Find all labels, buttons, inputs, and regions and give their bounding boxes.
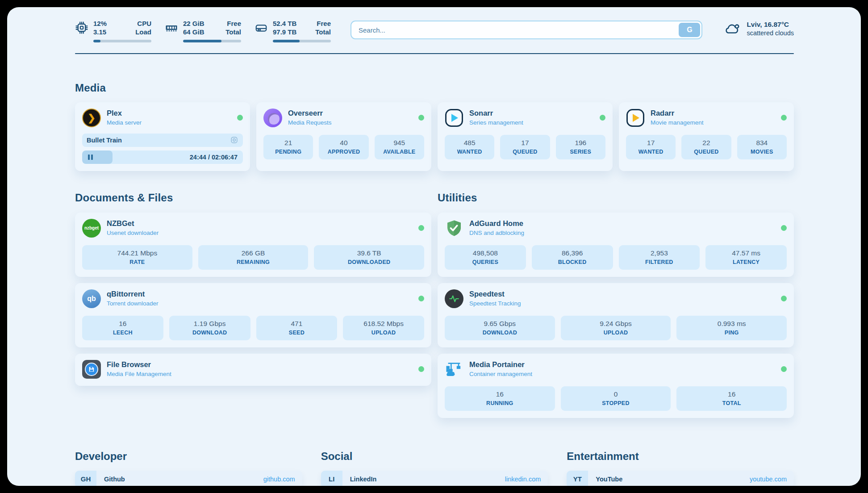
cpu-meter: 12% 3.15 CPU Load (75, 20, 151, 42)
stat-chip: 16 LEECH (82, 316, 163, 340)
service-name: Plex (107, 109, 142, 118)
stat-chip: 17 QUEUED (500, 135, 550, 159)
section-title-media: Media (75, 82, 794, 94)
ram-progress-bar (183, 40, 241, 42)
status-dot (418, 296, 424, 301)
media-session-icon[interactable] (230, 136, 238, 144)
service-name: AdGuard Home (469, 219, 524, 228)
radarr-icon (626, 109, 644, 127)
stat-chip: 86,396 BLOCKED (532, 245, 613, 270)
stat-chip: 1.19 Gbps DOWNLOAD (169, 316, 250, 340)
nzbget-icon: nzbget (82, 219, 101, 238)
service-description: Torrent downloader (107, 300, 159, 307)
stat-chip: 0.993 ms PING (676, 316, 787, 340)
ram-total-label: Total (225, 28, 241, 37)
stat-chip: 16 TOTAL (676, 386, 787, 411)
status-dot (418, 115, 424, 121)
weather-widget: Lviv, 16.87°C scattered clouds (724, 20, 794, 38)
bookmark-group-entertainment: Entertainment YT YouTube youtube.com NF … (567, 450, 794, 486)
weather-condition: scattered clouds (747, 29, 794, 38)
qbittorrent-icon: qb (82, 289, 101, 308)
disk-free-value: 52.4 TB (273, 20, 296, 28)
service-description: DNS and adblocking (469, 230, 524, 237)
sonarr-icon (445, 109, 463, 127)
link-badge: LI (321, 471, 342, 486)
stat-chip: 17 WANTED (626, 135, 676, 159)
stat-chip: 498,508 QUERIES (445, 245, 526, 270)
status-dot (600, 115, 605, 121)
service-name: Radarr (651, 109, 704, 118)
bookmark-group-social: Social LI LinkedIn linkedin.com TW Twitt… (321, 450, 548, 486)
stat-chip: 266 GB REMAINING (198, 245, 309, 270)
ram-icon (165, 21, 178, 42)
disk-icon (255, 21, 268, 42)
section-title-utilities: Utilities (438, 192, 794, 204)
service-name: NZBGet (107, 219, 159, 228)
service-card-filebrowser[interactable]: File Browser Media File Management (75, 354, 431, 386)
portainer-crane-icon (445, 360, 463, 379)
search-engine-button[interactable]: G (679, 23, 700, 37)
cpu-progress-bar (93, 40, 151, 42)
service-card-sonarr[interactable]: Sonarr Series management 485 WANTED 17 Q… (438, 102, 613, 171)
service-card-adguard[interactable]: AdGuard Home DNS and adblocking 498,508 … (438, 213, 794, 277)
section-media: Media ❯ Plex Media server Bullet Train (75, 82, 794, 171)
service-description: Movie management (651, 119, 704, 126)
stat-chip: 834 MOVIES (737, 135, 787, 159)
service-description: Usenet downloader (107, 230, 159, 237)
weather-location-temp: Lviv, 16.87°C (747, 20, 794, 29)
playback-progress-bar: 24:44 / 02:06:47 (82, 150, 243, 164)
service-card-nzbget[interactable]: nzbget NZBGet Usenet downloader 744.21 M… (75, 213, 431, 277)
service-name: Speedtest (469, 290, 521, 299)
service-card-qbittorrent[interactable]: qb qBittorrent Torrent downloader 16 LEE… (75, 283, 431, 347)
status-dot (781, 366, 787, 372)
topbar-divider (75, 53, 794, 54)
cpu-load-value: 3.15 (93, 28, 107, 37)
plex-icon: ❯ (82, 109, 101, 127)
service-card-plex[interactable]: ❯ Plex Media server Bullet Train (75, 102, 250, 171)
service-name: File Browser (107, 360, 171, 369)
overseerr-icon (263, 109, 282, 127)
section-title-social: Social (321, 450, 548, 463)
link-linkedin[interactable]: LI LinkedIn linkedin.com (321, 471, 548, 486)
stat-chip: 485 WANTED (445, 135, 494, 159)
stat-chip: 39.6 TB DOWNLOADED (314, 245, 424, 270)
stat-chip: 618.52 Mbps UPLOAD (343, 316, 424, 340)
link-github[interactable]: GH Github github.com (75, 471, 302, 486)
service-card-radarr[interactable]: Radarr Movie management 17 WANTED 22 QUE… (619, 102, 794, 171)
ram-free-value: 22 GiB (183, 20, 204, 28)
status-dot (781, 115, 787, 121)
service-card-portainer[interactable]: Media Portainer Container management 16 … (438, 354, 794, 418)
status-dot (781, 225, 787, 231)
cpu-icon (75, 21, 88, 42)
link-youtube[interactable]: YT YouTube youtube.com (567, 471, 794, 486)
ram-total-value: 64 GiB (183, 28, 204, 37)
service-description: Media File Management (107, 371, 171, 378)
service-description: Speedtest Tracking (469, 300, 521, 307)
ram-meter: 22 GiB 64 GiB Free Total (165, 20, 241, 42)
stat-chip: 744.21 Mbps RATE (82, 245, 192, 270)
disk-meter: 52.4 TB 97.9 TB Free Total (255, 20, 331, 42)
stat-chip: 471 SEED (256, 316, 338, 340)
pause-icon (88, 155, 93, 160)
stat-chip: 0 STOPPED (561, 386, 671, 411)
stat-chip: 16 RUNNING (445, 386, 555, 411)
disk-total-value: 97.9 TB (273, 28, 296, 37)
search-input[interactable] (351, 21, 702, 39)
top-bar: 12% 3.15 CPU Load (75, 20, 794, 42)
stat-chip: 47.57 ms LATENCY (705, 245, 787, 270)
stat-chip: 2,953 FILTERED (619, 245, 700, 270)
stat-chip: 40 APPROVED (319, 135, 368, 159)
disk-total-label: Total (315, 28, 331, 37)
service-name: Media Portainer (469, 360, 532, 369)
dashboard-panel: 12% 3.15 CPU Load (7, 7, 861, 486)
service-description: Container management (469, 371, 532, 378)
stat-chip: 22 QUEUED (681, 135, 731, 159)
service-card-overseerr[interactable]: Overseerr Media Requests 21 PENDING 40 A… (256, 102, 431, 171)
disk-free-label: Free (315, 20, 331, 28)
section-title-developer: Developer (75, 450, 302, 463)
service-card-speedtest[interactable]: Speedtest Speedtest Tracking 9.65 Gbps D… (438, 283, 794, 347)
now-playing-title: Bullet Train (87, 137, 230, 144)
playback-time: 24:44 / 02:06:47 (190, 154, 238, 161)
section-documents: Documents & Files nzbget NZBGet Usenet d… (75, 192, 431, 424)
section-utilities: Utilities AdGuard Home DNS and adblockin… (438, 192, 794, 424)
